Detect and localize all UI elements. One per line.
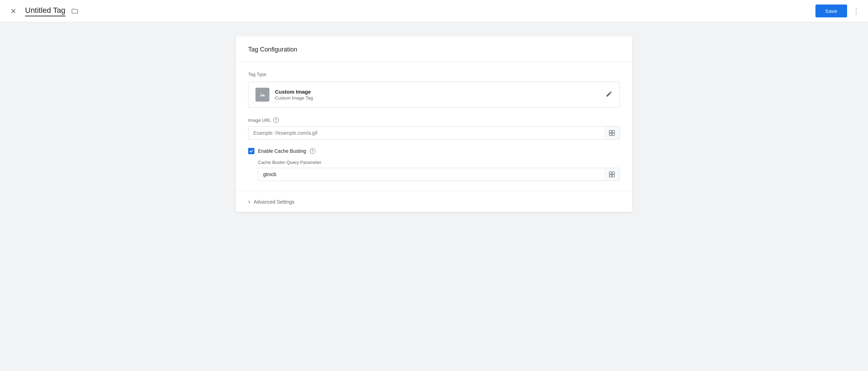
svg-rect-7 [612,172,615,174]
chevron-right-icon: › [248,198,250,205]
svg-rect-3 [612,131,615,133]
svg-rect-4 [609,133,612,136]
more-menu-button[interactable]: ⋮ [851,6,861,17]
tag-type-label: Tag Type [248,72,620,77]
close-button[interactable]: ✕ [7,5,19,17]
card-body: Tag Type Custom Image Custom Image Tag [236,62,632,191]
save-button[interactable]: Save [815,5,847,17]
topbar: ✕ Untitled Tag Save ⋮ [0,0,868,22]
image-url-label-row: Image URL ? [248,117,620,123]
cache-busting-checkbox[interactable] [248,148,254,154]
main-content: Tag Configuration Tag Type Custom Image … [0,22,868,226]
image-url-input[interactable] [248,126,604,140]
tag-type-name: Custom Image [275,89,600,95]
tag-type-subtitle: Custom Image Tag [275,95,600,101]
image-url-section: Image URL ? [248,117,620,140]
cache-busting-help-icon[interactable]: ? [310,148,315,154]
image-url-add-variable-button[interactable] [604,126,620,140]
edit-tag-type-icon[interactable] [606,90,613,99]
svg-rect-2 [609,131,612,133]
svg-rect-8 [609,175,612,177]
tag-type-selector[interactable]: Custom Image Custom Image Tag [248,82,620,108]
cache-buster-add-variable-button[interactable] [604,168,620,181]
cache-busting-row: Enable Cache Busting ? [248,148,620,154]
tag-type-info: Custom Image Custom Image Tag [275,89,600,101]
image-url-help-icon[interactable]: ? [273,117,279,123]
card-title: Tag Configuration [248,46,620,53]
topbar-left: ✕ Untitled Tag [7,5,815,17]
cache-buster-param-input[interactable] [258,168,604,181]
configuration-card: Tag Configuration Tag Type Custom Image … [236,36,632,212]
image-url-input-row [248,126,620,140]
tag-type-icon [255,88,269,102]
cache-buster-input-row [258,168,620,181]
svg-rect-5 [612,133,615,136]
folder-icon[interactable] [71,7,79,15]
svg-point-1 [261,93,262,94]
image-url-label: Image URL [248,118,271,123]
cache-buster-param-section: Cache Buster Query Parameter [258,160,620,181]
cache-busting-label: Enable Cache Busting [258,148,306,154]
card-header: Tag Configuration [236,36,632,62]
advanced-settings-section[interactable]: › Advanced Settings [236,191,632,212]
cache-buster-param-label: Cache Buster Query Parameter [258,160,620,165]
advanced-settings-label: Advanced Settings [254,199,294,205]
svg-rect-9 [612,175,615,177]
topbar-right: Save ⋮ [815,5,861,17]
page-title: Untitled Tag [25,6,65,16]
svg-rect-6 [609,172,612,174]
